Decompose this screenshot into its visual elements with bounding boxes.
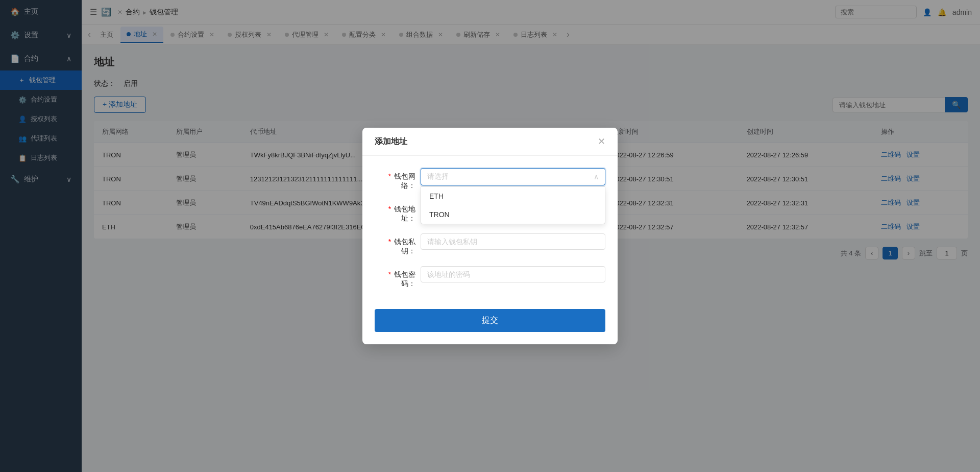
modal-header: 添加地址 ✕ xyxy=(362,128,618,156)
wallet-key-input[interactable] xyxy=(421,233,605,250)
required-marker: * xyxy=(388,172,391,180)
submit-button[interactable]: 提交 xyxy=(375,309,605,332)
modal-close-button[interactable]: ✕ xyxy=(598,136,605,147)
modal-footer: 提交 xyxy=(362,307,618,344)
modal-body: * 钱包网络： 请选择 ∧ ETH TRON xyxy=(362,156,618,307)
required-marker-4: * xyxy=(388,270,391,278)
field-wallet-key-control xyxy=(421,233,605,250)
network-select[interactable]: 请选择 ∧ xyxy=(421,168,605,185)
field-wallet-address-label: * 钱包地址： xyxy=(375,201,421,223)
field-wallet-key-label: * 钱包私钥： xyxy=(375,233,421,256)
required-marker-3: * xyxy=(388,238,391,246)
dropdown-item-tron[interactable]: TRON xyxy=(421,205,605,224)
field-wallet-password-label: * 钱包密码： xyxy=(375,266,421,289)
network-select-placeholder: 请选择 xyxy=(427,172,449,181)
field-wallet-key: * 钱包私钥： xyxy=(375,233,605,256)
field-wallet-password-control xyxy=(421,266,605,282)
modal-overlay[interactable]: 添加地址 ✕ * 钱包网络： 请选择 ∧ ETH TRON xyxy=(0,0,980,472)
field-wallet-password: * 钱包密码： xyxy=(375,266,605,289)
field-network-label: * 钱包网络： xyxy=(375,168,421,191)
field-network-control: 请选择 ∧ ETH TRON xyxy=(421,168,605,185)
required-marker-2: * xyxy=(388,205,391,213)
network-dropdown: ETH TRON xyxy=(421,186,605,224)
chevron-up-icon-select: ∧ xyxy=(594,173,599,181)
dropdown-item-eth[interactable]: ETH xyxy=(421,187,605,205)
wallet-password-input[interactable] xyxy=(421,266,605,282)
modal-title: 添加地址 xyxy=(375,136,407,147)
field-network: * 钱包网络： 请选择 ∧ ETH TRON xyxy=(375,168,605,191)
add-address-modal: 添加地址 ✕ * 钱包网络： 请选择 ∧ ETH TRON xyxy=(362,128,618,344)
